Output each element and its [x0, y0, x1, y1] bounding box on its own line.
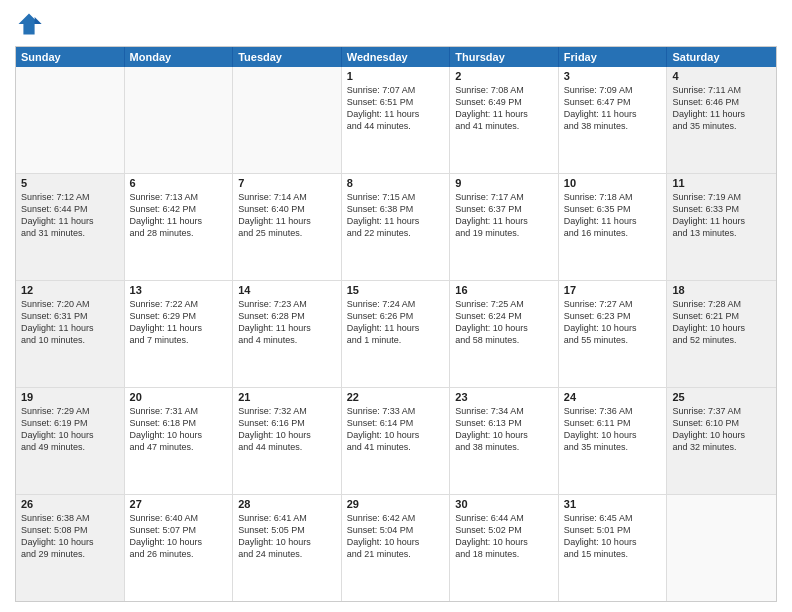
- day-number: 16: [455, 284, 553, 296]
- cell-info-text: Sunrise: 6:45 AM Sunset: 5:01 PM Dayligh…: [564, 512, 662, 561]
- calendar-row-1: 1Sunrise: 7:07 AM Sunset: 6:51 PM Daylig…: [16, 67, 776, 173]
- cell-info-text: Sunrise: 7:23 AM Sunset: 6:28 PM Dayligh…: [238, 298, 336, 347]
- cell-info-text: Sunrise: 7:32 AM Sunset: 6:16 PM Dayligh…: [238, 405, 336, 454]
- calendar-cell: 23Sunrise: 7:34 AM Sunset: 6:13 PM Dayli…: [450, 388, 559, 494]
- day-number: 21: [238, 391, 336, 403]
- calendar-cell: [233, 67, 342, 173]
- cell-info-text: Sunrise: 7:27 AM Sunset: 6:23 PM Dayligh…: [564, 298, 662, 347]
- calendar-cell: 29Sunrise: 6:42 AM Sunset: 5:04 PM Dayli…: [342, 495, 451, 601]
- day-number: 14: [238, 284, 336, 296]
- cell-info-text: Sunrise: 7:37 AM Sunset: 6:10 PM Dayligh…: [672, 405, 771, 454]
- weekday-header-saturday: Saturday: [667, 47, 776, 67]
- cell-info-text: Sunrise: 7:13 AM Sunset: 6:42 PM Dayligh…: [130, 191, 228, 240]
- calendar-cell: 27Sunrise: 6:40 AM Sunset: 5:07 PM Dayli…: [125, 495, 234, 601]
- cell-info-text: Sunrise: 7:25 AM Sunset: 6:24 PM Dayligh…: [455, 298, 553, 347]
- day-number: 10: [564, 177, 662, 189]
- calendar-cell: 10Sunrise: 7:18 AM Sunset: 6:35 PM Dayli…: [559, 174, 668, 280]
- calendar-row-3: 12Sunrise: 7:20 AM Sunset: 6:31 PM Dayli…: [16, 280, 776, 387]
- cell-info-text: Sunrise: 7:17 AM Sunset: 6:37 PM Dayligh…: [455, 191, 553, 240]
- calendar-cell: 21Sunrise: 7:32 AM Sunset: 6:16 PM Dayli…: [233, 388, 342, 494]
- calendar-cell: 14Sunrise: 7:23 AM Sunset: 6:28 PM Dayli…: [233, 281, 342, 387]
- cell-info-text: Sunrise: 6:41 AM Sunset: 5:05 PM Dayligh…: [238, 512, 336, 561]
- calendar-header: SundayMondayTuesdayWednesdayThursdayFrid…: [16, 47, 776, 67]
- calendar-body: 1Sunrise: 7:07 AM Sunset: 6:51 PM Daylig…: [16, 67, 776, 601]
- cell-info-text: Sunrise: 6:44 AM Sunset: 5:02 PM Dayligh…: [455, 512, 553, 561]
- calendar-cell: 11Sunrise: 7:19 AM Sunset: 6:33 PM Dayli…: [667, 174, 776, 280]
- day-number: 1: [347, 70, 445, 82]
- day-number: 9: [455, 177, 553, 189]
- calendar-cell: 3Sunrise: 7:09 AM Sunset: 6:47 PM Daylig…: [559, 67, 668, 173]
- weekday-header-wednesday: Wednesday: [342, 47, 451, 67]
- weekday-header-friday: Friday: [559, 47, 668, 67]
- cell-info-text: Sunrise: 7:14 AM Sunset: 6:40 PM Dayligh…: [238, 191, 336, 240]
- weekday-header-thursday: Thursday: [450, 47, 559, 67]
- calendar: SundayMondayTuesdayWednesdayThursdayFrid…: [15, 46, 777, 602]
- calendar-cell: 13Sunrise: 7:22 AM Sunset: 6:29 PM Dayli…: [125, 281, 234, 387]
- calendar-cell: 9Sunrise: 7:17 AM Sunset: 6:37 PM Daylig…: [450, 174, 559, 280]
- calendar-cell: 18Sunrise: 7:28 AM Sunset: 6:21 PM Dayli…: [667, 281, 776, 387]
- day-number: 12: [21, 284, 119, 296]
- day-number: 17: [564, 284, 662, 296]
- day-number: 24: [564, 391, 662, 403]
- cell-info-text: Sunrise: 6:38 AM Sunset: 5:08 PM Dayligh…: [21, 512, 119, 561]
- cell-info-text: Sunrise: 7:33 AM Sunset: 6:14 PM Dayligh…: [347, 405, 445, 454]
- day-number: 11: [672, 177, 771, 189]
- day-number: 20: [130, 391, 228, 403]
- cell-info-text: Sunrise: 7:28 AM Sunset: 6:21 PM Dayligh…: [672, 298, 771, 347]
- cell-info-text: Sunrise: 7:09 AM Sunset: 6:47 PM Dayligh…: [564, 84, 662, 133]
- calendar-cell: 25Sunrise: 7:37 AM Sunset: 6:10 PM Dayli…: [667, 388, 776, 494]
- day-number: 3: [564, 70, 662, 82]
- cell-info-text: Sunrise: 7:34 AM Sunset: 6:13 PM Dayligh…: [455, 405, 553, 454]
- calendar-row-2: 5Sunrise: 7:12 AM Sunset: 6:44 PM Daylig…: [16, 173, 776, 280]
- calendar-cell: [125, 67, 234, 173]
- day-number: 18: [672, 284, 771, 296]
- calendar-cell: 22Sunrise: 7:33 AM Sunset: 6:14 PM Dayli…: [342, 388, 451, 494]
- calendar-cell: 17Sunrise: 7:27 AM Sunset: 6:23 PM Dayli…: [559, 281, 668, 387]
- cell-info-text: Sunrise: 7:24 AM Sunset: 6:26 PM Dayligh…: [347, 298, 445, 347]
- cell-info-text: Sunrise: 6:42 AM Sunset: 5:04 PM Dayligh…: [347, 512, 445, 561]
- calendar-cell: 28Sunrise: 6:41 AM Sunset: 5:05 PM Dayli…: [233, 495, 342, 601]
- calendar-row-5: 26Sunrise: 6:38 AM Sunset: 5:08 PM Dayli…: [16, 494, 776, 601]
- day-number: 25: [672, 391, 771, 403]
- calendar-row-4: 19Sunrise: 7:29 AM Sunset: 6:19 PM Dayli…: [16, 387, 776, 494]
- cell-info-text: Sunrise: 7:31 AM Sunset: 6:18 PM Dayligh…: [130, 405, 228, 454]
- cell-info-text: Sunrise: 7:20 AM Sunset: 6:31 PM Dayligh…: [21, 298, 119, 347]
- day-number: 15: [347, 284, 445, 296]
- svg-marker-1: [35, 17, 42, 24]
- header: [15, 10, 777, 38]
- calendar-cell: 30Sunrise: 6:44 AM Sunset: 5:02 PM Dayli…: [450, 495, 559, 601]
- day-number: 6: [130, 177, 228, 189]
- cell-info-text: Sunrise: 7:29 AM Sunset: 6:19 PM Dayligh…: [21, 405, 119, 454]
- day-number: 26: [21, 498, 119, 510]
- day-number: 29: [347, 498, 445, 510]
- day-number: 23: [455, 391, 553, 403]
- day-number: 13: [130, 284, 228, 296]
- day-number: 19: [21, 391, 119, 403]
- cell-info-text: Sunrise: 7:12 AM Sunset: 6:44 PM Dayligh…: [21, 191, 119, 240]
- day-number: 27: [130, 498, 228, 510]
- day-number: 22: [347, 391, 445, 403]
- calendar-cell: 5Sunrise: 7:12 AM Sunset: 6:44 PM Daylig…: [16, 174, 125, 280]
- calendar-cell: 31Sunrise: 6:45 AM Sunset: 5:01 PM Dayli…: [559, 495, 668, 601]
- day-number: 4: [672, 70, 771, 82]
- page: SundayMondayTuesdayWednesdayThursdayFrid…: [0, 0, 792, 612]
- calendar-cell: 1Sunrise: 7:07 AM Sunset: 6:51 PM Daylig…: [342, 67, 451, 173]
- day-number: 31: [564, 498, 662, 510]
- day-number: 30: [455, 498, 553, 510]
- calendar-cell: 4Sunrise: 7:11 AM Sunset: 6:46 PM Daylig…: [667, 67, 776, 173]
- cell-info-text: Sunrise: 7:19 AM Sunset: 6:33 PM Dayligh…: [672, 191, 771, 240]
- calendar-cell: 16Sunrise: 7:25 AM Sunset: 6:24 PM Dayli…: [450, 281, 559, 387]
- logo-icon: [15, 10, 43, 38]
- weekday-header-monday: Monday: [125, 47, 234, 67]
- calendar-cell: 20Sunrise: 7:31 AM Sunset: 6:18 PM Dayli…: [125, 388, 234, 494]
- calendar-cell: 7Sunrise: 7:14 AM Sunset: 6:40 PM Daylig…: [233, 174, 342, 280]
- calendar-cell: 19Sunrise: 7:29 AM Sunset: 6:19 PM Dayli…: [16, 388, 125, 494]
- cell-info-text: Sunrise: 7:08 AM Sunset: 6:49 PM Dayligh…: [455, 84, 553, 133]
- cell-info-text: Sunrise: 7:18 AM Sunset: 6:35 PM Dayligh…: [564, 191, 662, 240]
- cell-info-text: Sunrise: 7:15 AM Sunset: 6:38 PM Dayligh…: [347, 191, 445, 240]
- day-number: 8: [347, 177, 445, 189]
- cell-info-text: Sunrise: 7:22 AM Sunset: 6:29 PM Dayligh…: [130, 298, 228, 347]
- cell-info-text: Sunrise: 7:36 AM Sunset: 6:11 PM Dayligh…: [564, 405, 662, 454]
- day-number: 7: [238, 177, 336, 189]
- cell-info-text: Sunrise: 7:11 AM Sunset: 6:46 PM Dayligh…: [672, 84, 771, 133]
